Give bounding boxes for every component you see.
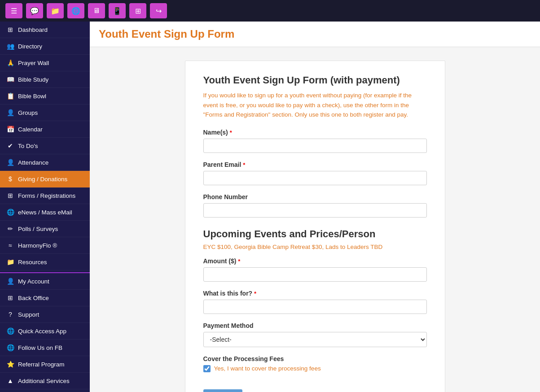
content-header: Youth Event Sign Up Form: [90, 22, 540, 47]
my-account-icon: 👤: [6, 278, 14, 285]
follow-fb-icon: 🌐: [6, 344, 14, 351]
parent-email-required: *: [243, 161, 245, 168]
sidebar-label-todos: To Do's: [18, 143, 38, 149]
sidebar-label-support: Support: [18, 311, 39, 318]
sidebar-item-directory[interactable]: 👥 Directory: [0, 38, 90, 55]
groups-icon: 👤: [6, 109, 14, 116]
forms-icon: ⊞: [6, 192, 14, 199]
sidebar-label-calendar: Calendar: [18, 126, 43, 133]
quick-access-icon: 🌐: [6, 327, 14, 335]
tablet-toolbar-btn[interactable]: 📱: [109, 3, 126, 18]
form-area: Youth Event Sign Up Form (with payment) …: [158, 47, 472, 392]
form-description: If you would like to sign up for a youth…: [203, 91, 427, 120]
sidebar-item-todos[interactable]: ✔ To Do's: [0, 138, 90, 154]
amount-input[interactable]: [203, 267, 427, 282]
sidebar-item-churches-pay[interactable]: ⊞ ChurchesPayChurches®: [0, 389, 90, 392]
grid-toolbar-btn[interactable]: ⊞: [129, 3, 146, 18]
processing-fees-checkbox-label: Yes, I want to cover the processing fees: [214, 365, 321, 372]
back-office-icon: ⊞: [6, 294, 14, 301]
parent-email-group: Parent Email *: [203, 161, 427, 185]
chat-toolbar-btn[interactable]: 💬: [26, 3, 43, 18]
what-for-label: What is this for? *: [203, 290, 427, 297]
sidebar-label-my-account: My Account: [18, 278, 49, 285]
calendar-icon: 📅: [6, 126, 14, 133]
submit-button[interactable]: Submit: [203, 389, 243, 392]
sidebar-item-groups[interactable]: 👤 Groups: [0, 105, 90, 121]
folder-toolbar-btn[interactable]: 📁: [47, 3, 64, 18]
sidebar-item-attendance[interactable]: 👤 Attendance: [0, 154, 90, 171]
dashboard-icon: ⊞: [6, 26, 14, 33]
sidebar-item-referral[interactable]: ⭐ Referral Program: [0, 356, 90, 373]
top-toolbar: ☰ 💬 📁 🌐 🖥 📱 ⊞ ↪: [0, 0, 540, 22]
sidebar-item-my-account[interactable]: 👤 My Account: [0, 273, 90, 290]
sidebar-item-bible-study[interactable]: 📖 Bible Study: [0, 71, 90, 88]
sidebar-label-follow-fb: Follow Us on FB: [18, 344, 62, 351]
phone-input[interactable]: [203, 203, 427, 218]
names-required: *: [230, 129, 232, 136]
payment-method-select[interactable]: -Select- Credit Card Debit Card PayPal C…: [203, 332, 427, 347]
sidebar-item-bible-bowl[interactable]: 📋 Bible Bowl: [0, 88, 90, 105]
form-title: Youth Event Sign Up Form (with payment): [203, 74, 427, 86]
todos-icon: ✔: [6, 142, 14, 149]
sidebar-label-referral: Referral Program: [18, 361, 65, 368]
attendance-icon: 👤: [6, 159, 14, 166]
sidebar-item-support[interactable]: ? Support: [0, 306, 90, 323]
sidebar-label-directory: Directory: [18, 43, 42, 50]
sidebar-item-calendar[interactable]: 📅 Calendar: [0, 121, 90, 138]
names-input[interactable]: [203, 139, 427, 153]
sidebar-label-prayer-wall: Prayer Wall: [18, 60, 49, 66]
directory-icon: 👥: [6, 43, 14, 50]
sidebar-label-bible-study: Bible Study: [18, 76, 48, 83]
sidebar-label-enews: eNews / Mass eMail: [18, 209, 72, 216]
sidebar-item-forms[interactable]: ⊞ Forms / Registrations: [0, 187, 90, 204]
sidebar-item-harmonyflo[interactable]: ≈ HarmonyFlo ®: [0, 237, 90, 254]
phone-label: Phone Number: [203, 193, 427, 200]
sidebar-item-dashboard[interactable]: ⊞ Dashboard: [0, 22, 90, 38]
sidebar-bottom: 👤 My Account ⊞ Back Office ? Support 🌐 Q…: [0, 272, 90, 392]
additional-icon: ▲: [6, 377, 14, 384]
sidebar-label-attendance: Attendance: [18, 159, 48, 166]
amount-group: Amount ($) *: [203, 257, 427, 282]
bible-study-icon: 📖: [6, 76, 14, 83]
sidebar: ⊞ Dashboard 👥 Directory 🙏 Prayer Wall 📖 …: [0, 22, 90, 392]
events-section-title: Upcoming Events and Prices/Person: [203, 228, 427, 240]
sidebar-item-giving[interactable]: $ Giving / Donations: [0, 171, 90, 187]
sidebar-label-resources: Resources: [18, 259, 47, 266]
monitor-toolbar-btn[interactable]: 🖥: [88, 3, 105, 18]
giving-icon: $: [6, 175, 14, 183]
sidebar-item-back-office[interactable]: ⊞ Back Office: [0, 290, 90, 306]
sidebar-item-resources[interactable]: 📁 Resources: [0, 254, 90, 270]
parent-email-input[interactable]: [203, 171, 427, 185]
sidebar-item-follow-fb[interactable]: 🌐 Follow Us on FB: [0, 340, 90, 356]
sidebar-item-enews[interactable]: 🌐 eNews / Mass eMail: [0, 204, 90, 221]
harmonyflo-icon: ≈: [6, 242, 14, 249]
content-area: Youth Event Sign Up Form Youth Event Sig…: [90, 22, 540, 392]
what-for-input[interactable]: [203, 300, 427, 314]
what-for-required: *: [254, 290, 256, 297]
referral-icon: ⭐: [6, 361, 14, 368]
bible-bowl-icon: 📋: [6, 92, 14, 100]
phone-group: Phone Number: [203, 193, 427, 218]
exit-toolbar-btn[interactable]: ↪: [150, 3, 167, 18]
processing-fees-group: Cover the Processing Fees Yes, I want to…: [203, 355, 427, 372]
sidebar-item-prayer-wall[interactable]: 🙏 Prayer Wall: [0, 55, 90, 71]
names-group: Name(s) *: [203, 129, 427, 153]
sidebar-item-quick-access[interactable]: 🌐 Quick Access App: [0, 323, 90, 340]
form-card: Youth Event Sign Up Form (with payment) …: [185, 61, 445, 392]
amount-required: *: [238, 258, 240, 265]
processing-fees-label: Cover the Processing Fees: [203, 355, 427, 362]
sidebar-item-additional[interactable]: ▲ Additional Services: [0, 373, 90, 389]
sidebar-label-forms: Forms / Registrations: [18, 192, 75, 199]
payment-method-group: Payment Method -Select- Credit Card Debi…: [203, 322, 427, 347]
sidebar-label-back-office: Back Office: [18, 295, 49, 301]
amount-label: Amount ($) *: [203, 257, 427, 265]
sidebar-item-polls[interactable]: ✏ Polls / Surveys: [0, 221, 90, 237]
sidebar-label-harmonyflo: HarmonyFlo ®: [18, 242, 57, 249]
globe-toolbar-btn[interactable]: 🌐: [67, 3, 84, 18]
sidebar-label-additional: Additional Services: [18, 378, 70, 384]
processing-fees-checkbox[interactable]: [203, 365, 211, 372]
names-label: Name(s) *: [203, 129, 427, 136]
sidebar-label-dashboard: Dashboard: [18, 26, 48, 33]
support-icon: ?: [6, 311, 14, 318]
menu-toolbar-btn[interactable]: ☰: [5, 3, 22, 18]
